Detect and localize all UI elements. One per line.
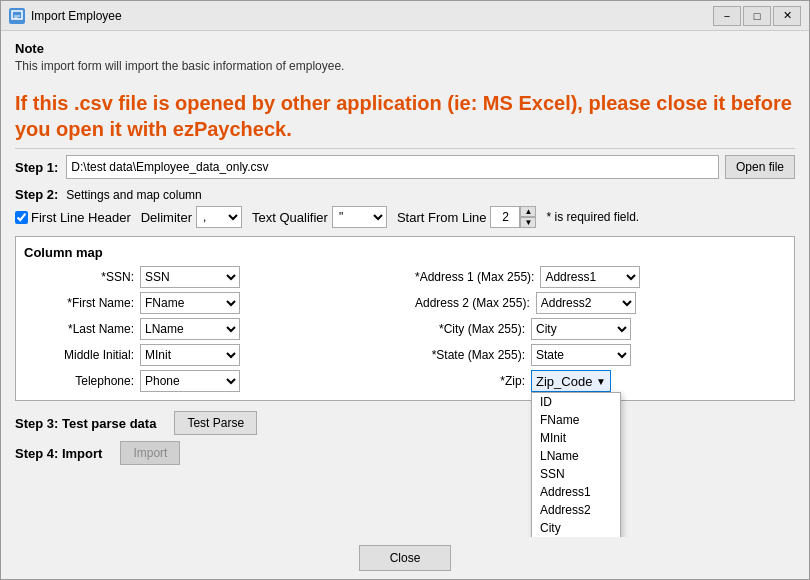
- start-from-line-group: Start From Line ▲ ▼: [397, 206, 537, 228]
- step3-label: Step 3: Test parse data: [15, 416, 156, 431]
- zip-option-fname[interactable]: FName: [532, 411, 620, 429]
- step2-settings-label: Settings and map column: [66, 188, 201, 202]
- middle-initial-select[interactable]: MInitIDFNameLNameSSNAddress1Address2City…: [140, 344, 240, 366]
- text-qualifier-group: Text Qualifier " ' None: [252, 206, 387, 228]
- zip-select-button[interactable]: Zip_Code ▼: [531, 370, 611, 392]
- text-qualifier-select[interactable]: " ' None: [332, 206, 387, 228]
- zip-row: *Zip: Zip_Code ▼ ID FName MInit LName: [415, 370, 786, 392]
- maximize-button[interactable]: □: [743, 6, 771, 26]
- step1-label: Step 1:: [15, 160, 58, 175]
- ssn-row: *SSN: SSNIDFNameMInitLNameAddress1Addres…: [24, 266, 395, 288]
- titlebar: Import Employee − □ ✕: [1, 1, 809, 31]
- file-path-input[interactable]: [66, 155, 719, 179]
- start-from-line-input[interactable]: [490, 206, 520, 228]
- zip-option-ssn[interactable]: SSN: [532, 465, 620, 483]
- zip-option-address1[interactable]: Address1: [532, 483, 620, 501]
- zip-dropdown-arrow: ▼: [596, 376, 606, 387]
- divider1: [15, 148, 795, 149]
- step2-options: First Line Header Delimiter , ; Tab | Te…: [15, 206, 795, 228]
- zip-option-address2[interactable]: Address2: [532, 501, 620, 519]
- column-map: Column map *SSN: SSNIDFNameMInitLNameAdd…: [15, 236, 795, 401]
- zip-option-id[interactable]: ID: [532, 393, 620, 411]
- main-content: Note This import form will import the ba…: [1, 31, 809, 537]
- minimize-button[interactable]: −: [713, 6, 741, 26]
- lastname-label: *Last Name:: [24, 322, 134, 336]
- delimiter-group: Delimiter , ; Tab |: [141, 206, 242, 228]
- firstname-row: *First Name: FNameIDMInitLNameSSNAddress…: [24, 292, 395, 314]
- firstname-label: *First Name:: [24, 296, 134, 310]
- telephone-row: Telephone: PhoneIDFNameMInitLNameSSNAddr…: [24, 370, 395, 392]
- titlebar-controls: − □ ✕: [713, 6, 801, 26]
- zip-option-minit[interactable]: MInit: [532, 429, 620, 447]
- footer: Close: [1, 537, 809, 579]
- steps-bottom: Step 3: Test parse data Test Parse Step …: [15, 411, 795, 465]
- app-icon: [9, 8, 25, 24]
- address1-select[interactable]: Address1IDFNameMInitLNameSSNAddress2City…: [540, 266, 640, 288]
- close-button[interactable]: Close: [359, 545, 452, 571]
- step4-label: Step 4: Import: [15, 446, 102, 461]
- zip-label: *Zip:: [415, 374, 525, 388]
- city-row: *City (Max 255): CityIDFNameMInitLNameSS…: [415, 318, 786, 340]
- note-section: Note This import form will import the ba…: [15, 41, 795, 142]
- step3-row: Step 3: Test parse data Test Parse: [15, 411, 795, 435]
- start-from-line-label: Start From Line: [397, 210, 487, 225]
- left-map-fields: *SSN: SSNIDFNameMInitLNameAddress1Addres…: [24, 266, 395, 392]
- warning-text: If this .csv file is opened by other app…: [15, 90, 795, 142]
- test-parse-button[interactable]: Test Parse: [174, 411, 257, 435]
- address2-label: Address 2 (Max 255):: [415, 296, 530, 310]
- state-row: *State (Max 255): StateIDFNameMInitLName…: [415, 344, 786, 366]
- note-label: Note: [15, 41, 795, 56]
- text-qualifier-label: Text Qualifier: [252, 210, 328, 225]
- address1-label: *Address 1 (Max 255):: [415, 270, 534, 284]
- zip-dropdown-wrapper: Zip_Code ▼ ID FName MInit LName SSN Addr…: [531, 370, 611, 392]
- import-employee-window: Import Employee − □ ✕ Note This import f…: [0, 0, 810, 580]
- step2-header-row: Step 2: Settings and map column: [15, 187, 795, 202]
- spinner-down-button[interactable]: ▼: [520, 217, 536, 228]
- note-line1: This import form will import the basic i…: [15, 58, 795, 75]
- address1-row: *Address 1 (Max 255): Address1IDFNameMIn…: [415, 266, 786, 288]
- zip-option-city[interactable]: City: [532, 519, 620, 537]
- spinner-up-button[interactable]: ▲: [520, 206, 536, 217]
- open-file-button[interactable]: Open file: [725, 155, 795, 179]
- ssn-select[interactable]: SSNIDFNameMInitLNameAddress1Address2City…: [140, 266, 240, 288]
- zip-dropdown-list: ID FName MInit LName SSN Address1 Addres…: [531, 392, 621, 537]
- address2-row: Address 2 (Max 255): Address2IDFNameMIni…: [415, 292, 786, 314]
- delimiter-label: Delimiter: [141, 210, 192, 225]
- city-label: *City (Max 255):: [415, 322, 525, 336]
- firstname-select[interactable]: FNameIDMInitLNameSSNAddress1Address2City…: [140, 292, 240, 314]
- required-note: * is required field.: [546, 210, 639, 224]
- import-button[interactable]: Import: [120, 441, 180, 465]
- spinner-buttons: ▲ ▼: [520, 206, 536, 228]
- zip-selected-value: Zip_Code: [536, 374, 592, 389]
- middle-initial-label: Middle Initial:: [24, 348, 134, 362]
- telephone-select[interactable]: PhoneIDFNameMInitLNameSSNAddress1Address…: [140, 370, 240, 392]
- state-label: *State (Max 255):: [415, 348, 525, 362]
- first-line-header-checkbox[interactable]: [15, 211, 28, 224]
- delimiter-select[interactable]: , ; Tab |: [196, 206, 242, 228]
- middle-initial-row: Middle Initial: MInitIDFNameLNameSSNAddr…: [24, 344, 395, 366]
- column-map-grid: *SSN: SSNIDFNameMInitLNameAddress1Addres…: [24, 266, 786, 392]
- step1-row: Step 1: Open file: [15, 155, 795, 179]
- state-select[interactable]: StateIDFNameMInitLNameSSNAddress1Address…: [531, 344, 631, 366]
- first-line-header-label[interactable]: First Line Header: [15, 210, 131, 225]
- city-select[interactable]: CityIDFNameMInitLNameSSNAddress1Address2…: [531, 318, 631, 340]
- start-from-line-spinner: ▲ ▼: [490, 206, 536, 228]
- zip-option-lname[interactable]: LName: [532, 447, 620, 465]
- window-title: Import Employee: [31, 9, 713, 23]
- lastname-select[interactable]: LNameIDFNameMInitSSNAddress1Address2City…: [140, 318, 240, 340]
- ssn-label: *SSN:: [24, 270, 134, 284]
- address2-select[interactable]: Address2IDFNameMInitLNameSSNAddress1City…: [536, 292, 636, 314]
- window-close-button[interactable]: ✕: [773, 6, 801, 26]
- lastname-row: *Last Name: LNameIDFNameMInitSSNAddress1…: [24, 318, 395, 340]
- step4-row: Step 4: Import Import: [15, 441, 795, 465]
- right-map-fields: *Address 1 (Max 255): Address1IDFNameMIn…: [415, 266, 786, 392]
- step2-label: Step 2:: [15, 187, 58, 202]
- telephone-label: Telephone:: [24, 374, 134, 388]
- column-map-title: Column map: [24, 245, 786, 260]
